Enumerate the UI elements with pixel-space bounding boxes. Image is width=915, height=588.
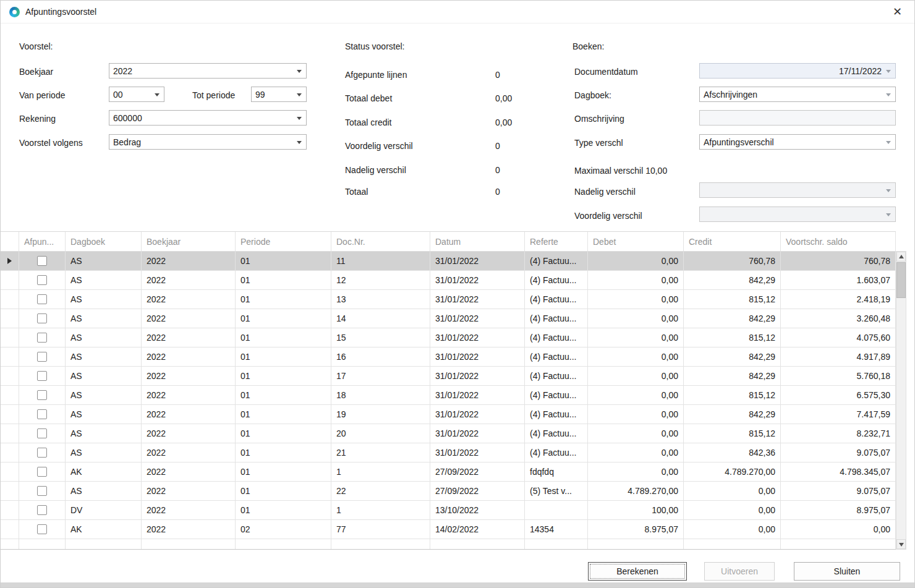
afpunten-checkbox[interactable] — [37, 390, 47, 400]
cell-docnr: 13 — [331, 290, 430, 309]
boekjaar-combo[interactable]: 2022 — [109, 63, 307, 79]
cell-docnr: 21 — [331, 443, 430, 462]
cell-dagboek: AS — [66, 443, 142, 462]
cell-debet: 100,00 — [588, 501, 684, 519]
cell-debet: 0,00 — [588, 252, 684, 270]
cell-periode: 01 — [236, 309, 331, 328]
column-header[interactable]: Voortschr. saldo — [781, 232, 896, 251]
table-row[interactable]: AS2022011931/01/2022(4) Factuu...0,00842… — [1, 405, 896, 424]
table-row[interactable]: AS2022011431/01/2022(4) Factuu...0,00842… — [1, 309, 896, 328]
cell-boekjaar: 2022 — [142, 386, 236, 404]
cell-credit: 0,00 — [684, 501, 781, 519]
cell-saldo — [781, 539, 896, 550]
omschrijving-label: Omschrijving — [574, 114, 624, 124]
afpunten-checkbox[interactable] — [37, 448, 47, 458]
afpunten-checkbox[interactable] — [37, 256, 47, 266]
column-header[interactable]: Debet — [588, 232, 684, 251]
afpunten-checkbox-cell — [19, 520, 66, 539]
berekenen-button[interactable]: Berekenen — [588, 562, 687, 581]
column-header[interactable]: Periode — [236, 232, 331, 251]
afpunten-checkbox[interactable] — [37, 371, 47, 381]
cell-docnr: 19 — [331, 405, 430, 424]
status-section-label: Status voorstel: — [345, 41, 405, 51]
table-row[interactable]: AS2022012227/09/2022(5) Test v...4.789.2… — [1, 482, 896, 501]
table-row[interactable]: AK2022027714/02/2022143548.975,070,000,0… — [1, 520, 896, 539]
column-header[interactable]: Credit — [684, 232, 781, 251]
column-header[interactable]: Afpun... — [19, 232, 66, 251]
cell-debet: 0,00 — [588, 290, 684, 309]
afpunten-checkbox[interactable] — [37, 275, 47, 285]
van-periode-combo[interactable]: 00 — [109, 87, 164, 102]
voorstel-volgens-combo[interactable]: Bedrag — [109, 134, 307, 150]
table-row[interactable]: AS2022011831/01/2022(4) Factuu...0,00815… — [1, 386, 896, 405]
scroll-down-icon[interactable] — [896, 539, 906, 549]
table-row[interactable]: AS2022012131/01/2022(4) Factuu...0,00842… — [1, 443, 896, 462]
status-row-label: Nadelig verschil — [345, 165, 406, 175]
close-icon[interactable]: ✕ — [893, 5, 902, 19]
vertical-scrollbar[interactable] — [896, 251, 906, 550]
cell-boekjaar: 2022 — [142, 328, 236, 347]
rekening-label: Rekening — [19, 114, 56, 124]
uitvoeren-button[interactable]: Uitvoeren — [704, 562, 775, 581]
afpunten-checkbox[interactable] — [37, 505, 47, 515]
afpunten-checkbox[interactable] — [37, 467, 47, 477]
chevron-down-icon — [886, 93, 891, 96]
sluiten-button[interactable]: Sluiten — [794, 562, 900, 581]
status-row-value: 0 — [495, 141, 500, 151]
column-header[interactable]: Referte — [525, 232, 588, 251]
cell-boekjaar: 2022 — [142, 462, 236, 481]
column-header[interactable]: Dagboek — [66, 232, 142, 251]
table-row[interactable]: AS2022011231/01/2022(4) Factuu...0,00842… — [1, 271, 896, 290]
nadelig-verschil-combo[interactable] — [699, 182, 896, 198]
cell-referte — [525, 539, 588, 550]
cell-referte: (4) Factuu... — [525, 290, 588, 309]
scrollbar-thumb[interactable] — [896, 262, 906, 298]
afpunten-checkbox[interactable] — [37, 294, 47, 304]
table-row[interactable]: DV202201113/10/2022100,000,008.975,07 — [1, 501, 896, 520]
table-row[interactable]: AS2022011731/01/2022(4) Factuu...0,00842… — [1, 367, 896, 386]
row-marker-cell — [1, 462, 19, 481]
afpunten-checkbox[interactable] — [37, 486, 47, 496]
table-row[interactable]: AS2022011331/01/2022(4) Factuu...0,00815… — [1, 290, 896, 309]
row-marker-cell — [1, 482, 19, 500]
table-row[interactable]: AS2022011531/01/2022(4) Factuu...0,00815… — [1, 328, 896, 347]
cell-debet: 0,00 — [588, 367, 684, 385]
type-verschil-combo[interactable]: Afpuntingsverschil — [699, 134, 896, 150]
afpunten-checkbox[interactable] — [37, 409, 47, 419]
afpunten-checkbox[interactable] — [37, 428, 47, 438]
afpunten-checkbox-cell — [19, 252, 66, 270]
table-row[interactable]: AK202201127/09/2022fdqfdq0,004.789.270,0… — [1, 462, 896, 482]
afpunten-checkbox[interactable] — [37, 333, 47, 343]
column-header[interactable]: Doc.Nr. — [331, 232, 430, 251]
voorstel-volgens-label: Voorstel volgens — [19, 138, 83, 148]
afpuntingsvoorstel-dialog: Afpuntingsvoorstel ✕ Voorstel: Boekjaar … — [0, 0, 915, 588]
cell-debet: 0,00 — [588, 462, 684, 481]
cell-dagboek: AS — [66, 328, 142, 347]
cell-boekjaar: 2022 — [142, 501, 236, 519]
cell-datum: 31/01/2022 — [430, 347, 525, 366]
afpunten-checkbox[interactable] — [37, 313, 47, 323]
cell-credit: 842,29 — [684, 405, 781, 424]
dagboek-combo[interactable]: Afschrijvingen — [699, 87, 896, 102]
table-row[interactable]: AS2022011631/01/2022(4) Factuu...0,00842… — [1, 347, 896, 367]
chevron-down-icon — [155, 93, 160, 96]
cell-referte: (4) Factuu... — [525, 271, 588, 289]
selected-row-arrow-icon — [7, 258, 12, 264]
cell-periode: 01 — [236, 501, 331, 519]
table-row[interactable]: AS2022011131/01/2022(4) Factuu...0,00760… — [1, 252, 896, 271]
voordelig-verschil-combo[interactable] — [699, 207, 896, 222]
afpunten-checkbox[interactable] — [37, 352, 47, 362]
rekening-combo[interactable]: 600000 — [109, 110, 307, 126]
documentdatum-combo[interactable]: 17/11/2022 — [699, 63, 896, 79]
voordelig-verschil-label: Voordelig verschil — [574, 211, 642, 221]
cell-credit: 842,36 — [684, 443, 781, 462]
afpunten-checkbox[interactable] — [37, 524, 47, 534]
table-row[interactable]: AS2022012031/01/2022(4) Factuu...0,00815… — [1, 424, 896, 443]
cell-credit: 4.789.270,00 — [684, 462, 781, 481]
omschrijving-input[interactable] — [699, 110, 896, 126]
tot-periode-combo[interactable]: 99 — [251, 87, 307, 102]
column-header[interactable]: Datum — [430, 232, 525, 251]
scroll-up-icon[interactable] — [896, 252, 906, 262]
column-header[interactable]: Boekjaar — [142, 232, 236, 251]
boekjaar-label: Boekjaar — [19, 67, 53, 77]
